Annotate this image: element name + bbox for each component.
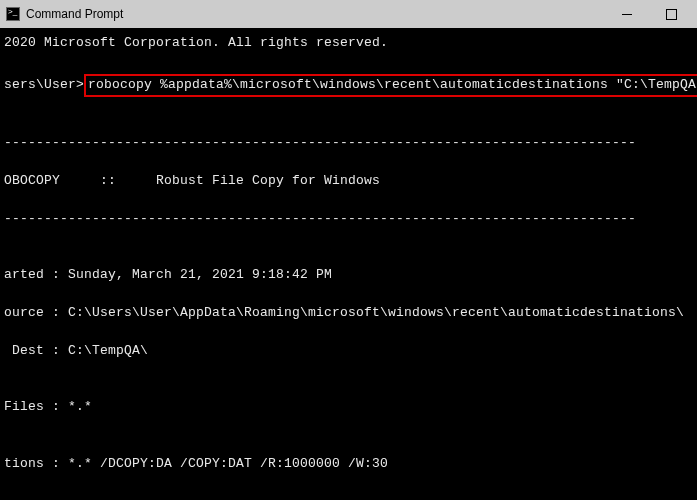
maximize-button[interactable] [649,0,693,28]
copyright-line: 2020 Microsoft Corporation. All rights r… [4,34,693,53]
files-line: Files : *.* [4,398,693,417]
console-icon [6,7,20,21]
prompt-line: sers\User>robocopy %appdata%\microsoft\w… [4,72,693,97]
titlebar: Command Prompt [0,0,697,28]
command-highlight: robocopy %appdata%\microsoft\windows\rec… [84,74,697,97]
titlebar-left: Command Prompt [4,7,123,21]
minimize-button[interactable] [605,0,649,28]
dest-line: Dest : C:\TempQA\ [4,342,693,361]
sep-line: ----------------------------------------… [4,134,693,153]
command-text: robocopy %appdata%\microsoft\windows\rec… [88,77,697,92]
window-title: Command Prompt [26,7,123,21]
source-line: ource : C:\Users\User\AppData\Roaming\mi… [4,304,693,323]
terminal-output[interactable]: 2020 Microsoft Corporation. All rights r… [0,28,697,500]
window-controls [605,0,693,28]
robocopy-header: OBOCOPY :: Robust File Copy for Windows [4,172,693,191]
started-line: arted : Sunday, March 21, 2021 9:18:42 P… [4,266,693,285]
prompt-prefix: sers\User> [4,77,84,92]
sep-line: ----------------------------------------… [4,210,693,229]
options-line: tions : *.* /DCOPY:DA /COPY:DAT /R:10000… [4,455,693,474]
